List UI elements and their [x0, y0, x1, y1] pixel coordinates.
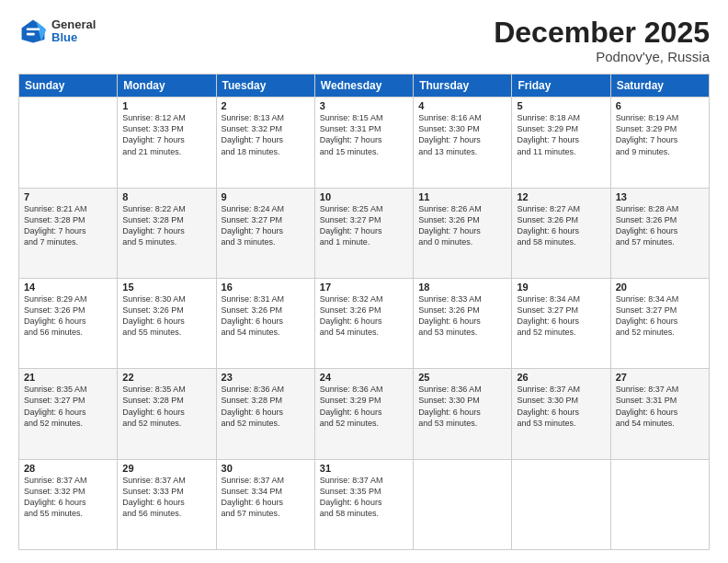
- title-block: December 2025 Podnov'ye, Russia: [494, 17, 710, 64]
- table-row: 28Sunrise: 8:37 AMSunset: 3:32 PMDayligh…: [19, 459, 118, 549]
- day-info: Sunrise: 8:34 AMSunset: 3:27 PMDaylight:…: [517, 293, 605, 339]
- table-row: [610, 459, 709, 549]
- logo: General Blue: [18, 17, 96, 46]
- day-number: 23: [222, 372, 310, 383]
- table-row: 20Sunrise: 8:34 AMSunset: 3:27 PMDayligh…: [610, 278, 709, 368]
- calendar-week-row: 21Sunrise: 8:35 AMSunset: 3:27 PMDayligh…: [19, 369, 710, 459]
- table-row: 3Sunrise: 8:15 AMSunset: 3:31 PMDaylight…: [314, 98, 413, 188]
- logo-general: General: [51, 18, 96, 31]
- day-info: Sunrise: 8:22 AMSunset: 3:28 PMDaylight:…: [122, 203, 210, 248]
- table-row: 18Sunrise: 8:33 AMSunset: 3:26 PMDayligh…: [414, 278, 512, 368]
- day-number: 29: [122, 463, 210, 474]
- table-row: 10Sunrise: 8:25 AMSunset: 3:27 PMDayligh…: [314, 188, 413, 278]
- table-row: 15Sunrise: 8:30 AMSunset: 3:26 PMDayligh…: [118, 278, 216, 368]
- table-row: 1Sunrise: 8:12 AMSunset: 3:33 PMDaylight…: [118, 98, 216, 188]
- calendar-week-row: 7Sunrise: 8:21 AMSunset: 3:28 PMDaylight…: [19, 188, 710, 278]
- day-number: 22: [122, 372, 210, 383]
- col-friday: Friday: [512, 75, 610, 98]
- table-row: [19, 98, 118, 188]
- table-row: 30Sunrise: 8:37 AMSunset: 3:34 PMDayligh…: [216, 459, 314, 549]
- table-row: 19Sunrise: 8:34 AMSunset: 3:27 PMDayligh…: [512, 278, 610, 368]
- day-info: Sunrise: 8:37 AMSunset: 3:34 PMDaylight:…: [222, 475, 310, 520]
- day-info: Sunrise: 8:12 AMSunset: 3:33 PMDaylight:…: [122, 112, 210, 157]
- day-number: 24: [320, 372, 408, 383]
- col-wednesday: Wednesday: [314, 75, 413, 98]
- day-info: Sunrise: 8:21 AMSunset: 3:28 PMDaylight:…: [24, 203, 112, 248]
- calendar-week-row: 28Sunrise: 8:37 AMSunset: 3:32 PMDayligh…: [19, 459, 710, 549]
- page: General Blue December 2025 Podnov'ye, Ru…: [0, 0, 728, 563]
- table-row: [414, 459, 512, 549]
- svg-rect-3: [27, 33, 35, 36]
- table-row: 2Sunrise: 8:13 AMSunset: 3:32 PMDaylight…: [216, 98, 314, 188]
- table-row: 16Sunrise: 8:31 AMSunset: 3:26 PMDayligh…: [216, 278, 314, 368]
- day-info: Sunrise: 8:33 AMSunset: 3:26 PMDaylight:…: [418, 293, 506, 339]
- calendar-table: Sunday Monday Tuesday Wednesday Thursday…: [18, 74, 710, 550]
- day-number: 21: [24, 372, 112, 383]
- header: General Blue December 2025 Podnov'ye, Ru…: [18, 17, 710, 64]
- svg-rect-2: [27, 28, 40, 30]
- table-row: 21Sunrise: 8:35 AMSunset: 3:27 PMDayligh…: [19, 369, 118, 459]
- table-row: 4Sunrise: 8:16 AMSunset: 3:30 PMDaylight…: [414, 98, 512, 188]
- day-number: 16: [222, 282, 310, 293]
- day-info: Sunrise: 8:37 AMSunset: 3:32 PMDaylight:…: [24, 475, 112, 520]
- day-number: 3: [320, 100, 408, 111]
- day-number: 5: [517, 100, 605, 111]
- table-row: 12Sunrise: 8:27 AMSunset: 3:26 PMDayligh…: [512, 188, 610, 278]
- day-number: 11: [418, 191, 506, 202]
- table-row: 17Sunrise: 8:32 AMSunset: 3:26 PMDayligh…: [314, 278, 413, 368]
- table-row: 14Sunrise: 8:29 AMSunset: 3:26 PMDayligh…: [19, 278, 118, 368]
- day-number: 15: [122, 282, 210, 293]
- col-thursday: Thursday: [414, 75, 512, 98]
- day-number: 4: [418, 100, 506, 111]
- table-row: 29Sunrise: 8:37 AMSunset: 3:33 PMDayligh…: [118, 459, 216, 549]
- day-number: 13: [616, 191, 704, 202]
- table-row: 27Sunrise: 8:37 AMSunset: 3:31 PMDayligh…: [610, 369, 709, 459]
- day-info: Sunrise: 8:29 AMSunset: 3:26 PMDaylight:…: [24, 293, 112, 339]
- day-number: 20: [616, 282, 704, 293]
- table-row: 23Sunrise: 8:36 AMSunset: 3:28 PMDayligh…: [216, 369, 314, 459]
- day-number: 12: [517, 191, 605, 202]
- logo-icon: [18, 17, 48, 46]
- day-info: Sunrise: 8:36 AMSunset: 3:28 PMDaylight:…: [222, 384, 310, 429]
- day-info: Sunrise: 8:26 AMSunset: 3:26 PMDaylight:…: [418, 203, 506, 248]
- day-info: Sunrise: 8:18 AMSunset: 3:29 PMDaylight:…: [517, 112, 605, 157]
- day-info: Sunrise: 8:37 AMSunset: 3:35 PMDaylight:…: [320, 475, 408, 520]
- table-row: 31Sunrise: 8:37 AMSunset: 3:35 PMDayligh…: [314, 459, 413, 549]
- col-saturday: Saturday: [610, 75, 709, 98]
- day-number: 19: [517, 282, 605, 293]
- day-info: Sunrise: 8:36 AMSunset: 3:29 PMDaylight:…: [320, 384, 408, 429]
- table-row: 26Sunrise: 8:37 AMSunset: 3:30 PMDayligh…: [512, 369, 610, 459]
- day-number: 9: [222, 191, 310, 202]
- col-sunday: Sunday: [19, 75, 118, 98]
- day-info: Sunrise: 8:15 AMSunset: 3:31 PMDaylight:…: [320, 112, 408, 157]
- day-info: Sunrise: 8:25 AMSunset: 3:27 PMDaylight:…: [320, 203, 408, 248]
- col-monday: Monday: [118, 75, 216, 98]
- col-tuesday: Tuesday: [216, 75, 314, 98]
- day-number: 28: [24, 463, 112, 474]
- table-row: [512, 459, 610, 549]
- day-number: 30: [222, 463, 310, 474]
- day-info: Sunrise: 8:30 AMSunset: 3:26 PMDaylight:…: [122, 293, 210, 339]
- day-info: Sunrise: 8:35 AMSunset: 3:27 PMDaylight:…: [24, 384, 112, 429]
- table-row: 11Sunrise: 8:26 AMSunset: 3:26 PMDayligh…: [414, 188, 512, 278]
- day-info: Sunrise: 8:28 AMSunset: 3:26 PMDaylight:…: [616, 203, 704, 248]
- logo-text: General Blue: [51, 18, 96, 45]
- day-info: Sunrise: 8:32 AMSunset: 3:26 PMDaylight:…: [320, 293, 408, 339]
- day-info: Sunrise: 8:27 AMSunset: 3:26 PMDaylight:…: [517, 203, 605, 248]
- subtitle: Podnov'ye, Russia: [494, 49, 710, 64]
- day-info: Sunrise: 8:13 AMSunset: 3:32 PMDaylight:…: [222, 112, 310, 157]
- day-info: Sunrise: 8:34 AMSunset: 3:27 PMDaylight:…: [616, 293, 704, 339]
- calendar-week-row: 1Sunrise: 8:12 AMSunset: 3:33 PMDaylight…: [19, 98, 710, 188]
- table-row: 8Sunrise: 8:22 AMSunset: 3:28 PMDaylight…: [118, 188, 216, 278]
- day-info: Sunrise: 8:37 AMSunset: 3:33 PMDaylight:…: [122, 475, 210, 520]
- day-number: 2: [222, 100, 310, 111]
- day-number: 18: [418, 282, 506, 293]
- calendar-week-row: 14Sunrise: 8:29 AMSunset: 3:26 PMDayligh…: [19, 278, 710, 368]
- day-info: Sunrise: 8:19 AMSunset: 3:29 PMDaylight:…: [616, 112, 704, 157]
- table-row: 7Sunrise: 8:21 AMSunset: 3:28 PMDaylight…: [19, 188, 118, 278]
- table-row: 9Sunrise: 8:24 AMSunset: 3:27 PMDaylight…: [216, 188, 314, 278]
- day-number: 17: [320, 282, 408, 293]
- main-title: December 2025: [494, 17, 710, 49]
- table-row: 5Sunrise: 8:18 AMSunset: 3:29 PMDaylight…: [512, 98, 610, 188]
- day-info: Sunrise: 8:24 AMSunset: 3:27 PMDaylight:…: [222, 203, 310, 248]
